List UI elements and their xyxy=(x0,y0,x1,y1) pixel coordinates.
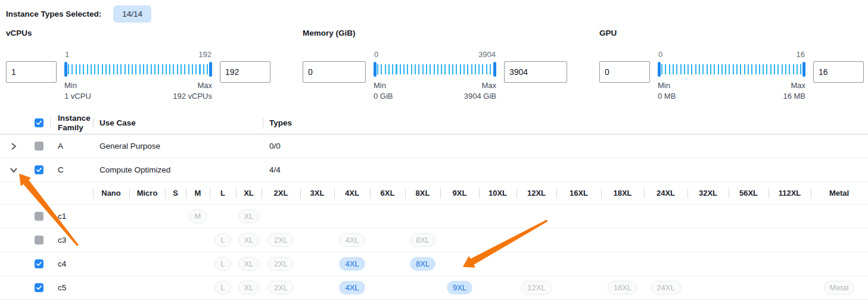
expand-toggle-c[interactable] xyxy=(10,166,18,174)
size-column-header-l: L xyxy=(210,182,236,204)
selected-count-badge: 14/14 xyxy=(113,5,151,23)
size-column-header-8xl: 8XL xyxy=(405,182,440,204)
memory-max-detail: 3904 GiB xyxy=(464,91,496,102)
chevron-right-icon xyxy=(10,142,18,151)
vcpus-slider-track[interactable] xyxy=(64,62,212,77)
vcpus-slider-handle-max[interactable] xyxy=(209,62,212,77)
gpu-slider-handle-min[interactable] xyxy=(658,62,661,77)
filter-title-vcpus: vCPUs xyxy=(6,29,270,37)
check-icon xyxy=(36,167,42,173)
size-pill-c5-metal[interactable]: Metal xyxy=(824,281,855,294)
gpu-min-detail: 0 MB xyxy=(658,91,676,102)
size-column-header-112xl: 112XL xyxy=(769,182,811,204)
vcpus-range-max-label: 192 xyxy=(198,50,211,60)
vcpus-max-caption: Max xyxy=(173,80,212,91)
family-use-case: Compute Optimized xyxy=(93,158,263,181)
size-column-header-2xl: 2XL xyxy=(262,182,300,204)
filter-group-gpu: GPU 0 16 Min 0 MB Max xyxy=(599,29,864,102)
size-column-header-3xl: 3XL xyxy=(300,182,334,204)
vcpus-max-input[interactable] xyxy=(220,61,270,83)
vcpus-slider-handle-min[interactable] xyxy=(64,62,67,77)
vcpus-min-input[interactable] xyxy=(6,61,57,83)
size-pill-c4-8xl[interactable]: 8XL xyxy=(410,257,435,271)
filter-title-memory: Memory (GiB) xyxy=(303,29,567,37)
checkbox-instance-c3[interactable] xyxy=(35,236,43,245)
family-name: C xyxy=(50,158,93,181)
checkbox-instance-c5[interactable] xyxy=(35,283,43,292)
size-pill-c3-4xl[interactable]: 4XL xyxy=(339,233,365,247)
checkbox-instance-c1[interactable] xyxy=(35,212,43,221)
expand-toggle-a[interactable] xyxy=(10,142,18,151)
gpu-slider-track[interactable] xyxy=(658,62,805,77)
size-column-header-10xl: 10XL xyxy=(479,182,517,204)
memory-max-input[interactable] xyxy=(504,61,567,83)
size-column-header-9xl: 9XL xyxy=(440,182,479,204)
size-pill-c4-2xl[interactable]: 2XL xyxy=(268,257,294,271)
checkbox-instance-c4[interactable] xyxy=(35,259,43,268)
memory-max-caption: Max xyxy=(464,80,496,91)
family-row-a: A General Purpose 0/0 xyxy=(0,134,868,158)
size-column-header-m: M xyxy=(186,182,210,204)
gpu-min-input[interactable] xyxy=(599,61,650,83)
column-header-use-case: Use Case xyxy=(93,112,263,134)
size-pill-c5-2xl[interactable]: 2XL xyxy=(268,281,294,294)
checkbox-family-c[interactable] xyxy=(35,165,43,174)
gpu-min-caption: Min xyxy=(658,80,676,91)
size-pill-c3-l[interactable]: L xyxy=(214,233,231,247)
size-pill-c3-2xl[interactable]: 2XL xyxy=(268,233,294,247)
gpu-max-input[interactable] xyxy=(813,61,864,83)
vcpus-min-caption: Min xyxy=(64,80,91,91)
size-pill-c4-l[interactable]: L xyxy=(214,257,231,271)
selection-summary: Instance Types Selected: 14/14 xyxy=(0,0,868,23)
gpu-range-min-label: 0 xyxy=(658,50,662,60)
vcpus-range-min-label: 1 xyxy=(65,50,69,60)
family-use-case: General Purpose xyxy=(93,134,263,158)
size-column-header-12xl: 12XL xyxy=(517,182,556,204)
family-name: A xyxy=(50,134,93,158)
size-pill-c5-24xl[interactable]: 24XL xyxy=(651,281,680,294)
instance-family-table: Instance Family Use Case Types A General… xyxy=(0,112,868,300)
memory-slider-handle-min[interactable] xyxy=(374,62,377,77)
size-pill-c4-4xl[interactable]: 4XL xyxy=(339,257,365,271)
check-icon xyxy=(36,261,42,267)
family-types-count: 0/0 xyxy=(263,134,334,158)
size-pill-c4-xl[interactable]: XL xyxy=(238,257,260,271)
filter-group-memory: Memory (GiB) 0 3904 Min 0 GiB xyxy=(303,29,567,102)
size-column-header-24xl: 24XL xyxy=(644,182,687,204)
size-column-header-18xl: 18XL xyxy=(601,182,644,204)
family-types-count: 4/4 xyxy=(263,158,334,181)
size-pill-c5-4xl[interactable]: 4XL xyxy=(339,281,365,294)
gpu-slider-handle-max[interactable] xyxy=(802,62,805,77)
instance-row-c4: c4 LXL2XL4XL8XL xyxy=(0,252,868,276)
instance-row-c3: c3 LXL2XL4XL8XL xyxy=(0,228,868,252)
memory-min-caption: Min xyxy=(374,80,393,91)
size-pill-c1-m[interactable]: M xyxy=(189,209,207,223)
instance-type-selector: Instance Types Selected: 14/14 vCPUs 1 1… xyxy=(0,0,868,304)
select-all-checkbox[interactable] xyxy=(35,118,43,127)
family-row-c: C Compute Optimized 4/4 xyxy=(0,158,868,182)
size-column-header-16xl: 16XL xyxy=(556,182,601,204)
check-icon xyxy=(36,284,42,291)
size-pill-c1-xl[interactable]: XL xyxy=(238,209,260,223)
table-header-row: Instance Family Use Case Types xyxy=(0,112,868,134)
gpu-range-max-label: 16 xyxy=(797,50,805,60)
vcpus-range-slider: 1 192 Min 1 vCPU Max 192 vCPUs xyxy=(64,50,212,102)
filter-title-gpu: GPU xyxy=(599,29,864,37)
size-pill-c5-l[interactable]: L xyxy=(214,281,231,294)
memory-slider-handle-max[interactable] xyxy=(493,62,496,77)
size-pill-c5-xl[interactable]: XL xyxy=(238,281,260,294)
size-pill-c5-18xl[interactable]: 18XL xyxy=(608,281,637,294)
chevron-down-icon xyxy=(10,166,18,174)
size-pill-c5-12xl[interactable]: 12XL xyxy=(521,281,551,294)
memory-range-min-label: 0 xyxy=(374,50,378,60)
checkbox-family-a[interactable] xyxy=(35,142,43,151)
memory-min-detail: 0 GiB xyxy=(374,91,393,102)
size-pill-c3-xl[interactable]: XL xyxy=(238,233,260,247)
instance-name: c5 xyxy=(50,276,93,299)
memory-slider-track[interactable] xyxy=(374,62,496,77)
memory-range-slider: 0 3904 Min 0 GiB Max 3904 GiB xyxy=(374,50,496,102)
memory-min-input[interactable] xyxy=(303,61,366,83)
memory-range-max-label: 3904 xyxy=(478,50,496,60)
size-pill-c3-8xl[interactable]: 8XL xyxy=(410,233,435,247)
size-pill-c5-9xl[interactable]: 9XL xyxy=(447,281,472,294)
